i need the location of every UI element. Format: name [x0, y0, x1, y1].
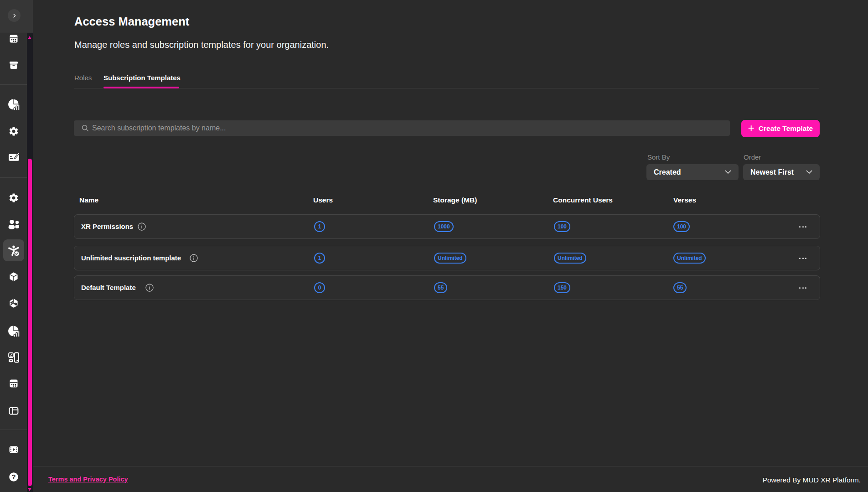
svg-text:?: ?: [11, 473, 16, 481]
